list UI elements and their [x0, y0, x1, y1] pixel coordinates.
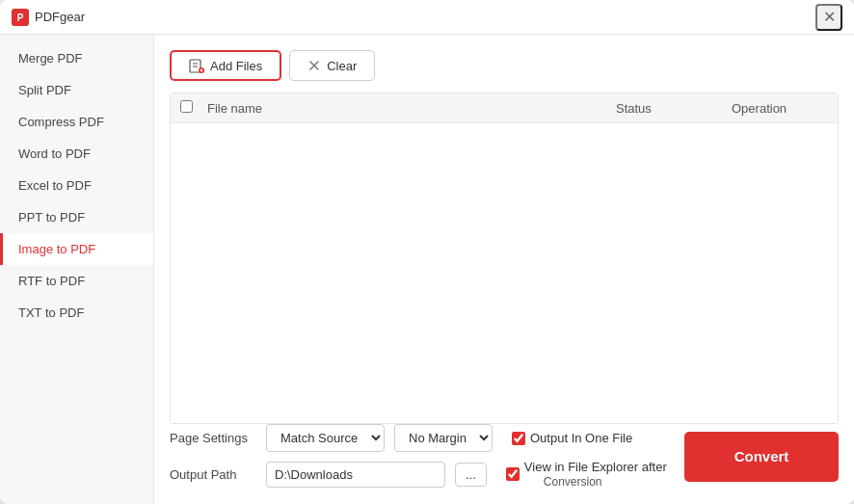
- output-in-one-checkbox[interactable]: [512, 432, 525, 445]
- sidebar-item-rtf-to-pdf[interactable]: RTF to PDF: [0, 265, 153, 297]
- page-settings-row: Page Settings Match Source No Margin Out…: [170, 424, 667, 452]
- toolbar: Add Files Clear: [170, 50, 839, 81]
- no-margin-select[interactable]: No Margin: [394, 424, 493, 452]
- header-status: Status: [616, 101, 732, 116]
- output-path-label: Output Path: [170, 467, 256, 482]
- app-window: P PDFgear ✕ Merge PDF Split PDF Compress…: [0, 0, 854, 504]
- output-in-one-area: Output In One File: [512, 431, 632, 445]
- app-title: PDFgear: [35, 10, 85, 24]
- sidebar-item-merge-pdf[interactable]: Merge PDF: [0, 42, 153, 74]
- sidebar-item-image-to-pdf[interactable]: Image to PDF: [0, 233, 153, 265]
- sidebar-item-txt-to-pdf[interactable]: TXT to PDF: [0, 297, 153, 329]
- match-source-select[interactable]: Match Source: [266, 424, 385, 452]
- svg-text:P: P: [17, 13, 24, 23]
- page-settings-label: Page Settings: [170, 431, 256, 445]
- view-in-explorer-label: View in File Explorer after: [524, 460, 667, 474]
- sidebar-item-excel-to-pdf[interactable]: Excel to PDF: [0, 170, 153, 201]
- main-content: Merge PDF Split PDF Compress PDF Word to…: [0, 35, 854, 504]
- bottom-left: Page Settings Match Source No Margin Out…: [170, 424, 667, 489]
- header-operation: Operation: [732, 101, 828, 116]
- titlebar: P PDFgear ✕: [0, 0, 854, 35]
- add-files-icon: [189, 58, 204, 73]
- app-icon: P: [12, 9, 29, 26]
- sidebar: Merge PDF Split PDF Compress PDF Word to…: [0, 35, 154, 504]
- add-files-button[interactable]: Add Files: [170, 50, 281, 81]
- titlebar-left: P PDFgear: [12, 9, 85, 26]
- output-path-input[interactable]: [266, 462, 445, 488]
- clear-button[interactable]: Clear: [289, 50, 375, 81]
- browse-button[interactable]: ...: [455, 463, 487, 487]
- header-checkbox-col: [180, 100, 207, 116]
- sidebar-item-compress-pdf[interactable]: Compress PDF: [0, 106, 153, 138]
- content-area: Add Files Clear File name Status: [154, 35, 854, 504]
- file-table: File name Status Operation: [170, 93, 839, 424]
- view-in-explorer-checkbox[interactable]: [506, 467, 520, 481]
- header-filename: File name: [207, 101, 616, 116]
- sidebar-item-split-pdf[interactable]: Split PDF: [0, 74, 153, 106]
- select-all-checkbox[interactable]: [180, 100, 193, 113]
- table-header: File name Status Operation: [171, 93, 838, 123]
- clear-icon: [307, 59, 321, 72]
- view-in-explorer-sub: Conversion: [524, 475, 667, 489]
- bottom-section: Page Settings Match Source No Margin Out…: [170, 424, 839, 489]
- close-button[interactable]: ✕: [815, 4, 842, 31]
- view-explorer-area: View in File Explorer after Conversion: [506, 460, 667, 489]
- convert-button[interactable]: Convert: [684, 432, 839, 482]
- output-in-one-label: Output In One File: [530, 431, 632, 445]
- table-body: [171, 123, 838, 423]
- output-path-row: Output Path ... View in File Explorer af…: [170, 460, 667, 489]
- sidebar-item-word-to-pdf[interactable]: Word to PDF: [0, 138, 153, 170]
- sidebar-item-ppt-to-pdf[interactable]: PPT to PDF: [0, 201, 153, 233]
